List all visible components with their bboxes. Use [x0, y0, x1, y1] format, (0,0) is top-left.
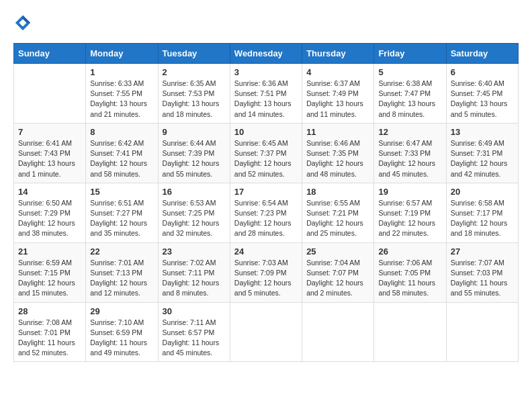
day-number: 23	[163, 246, 226, 257]
calendar-cell: 13Sunrise: 6:49 AM Sunset: 7:31 PM Dayli…	[446, 123, 518, 183]
day-info: Sunrise: 6:49 AM Sunset: 7:31 PM Dayligh…	[451, 138, 514, 179]
calendar-cell: 27Sunrise: 7:07 AM Sunset: 7:03 PM Dayli…	[446, 242, 518, 302]
day-number: 27	[451, 246, 514, 257]
day-number: 30	[163, 306, 226, 316]
calendar-cell	[14, 64, 86, 124]
day-number: 24	[234, 246, 298, 257]
calendar-cell: 25Sunrise: 7:04 AM Sunset: 7:07 PM Dayli…	[302, 242, 374, 302]
day-info: Sunrise: 6:42 AM Sunset: 7:41 PM Dayligh…	[90, 138, 153, 179]
day-number: 25	[306, 246, 369, 257]
day-number: 2	[163, 67, 226, 77]
day-number: 1	[90, 67, 153, 77]
day-info: Sunrise: 6:47 AM Sunset: 7:33 PM Dayligh…	[378, 138, 441, 179]
day-number: 16	[163, 187, 226, 197]
day-number: 28	[18, 306, 81, 316]
calendar-cell: 23Sunrise: 7:02 AM Sunset: 7:11 PM Dayli…	[158, 242, 230, 302]
day-info: Sunrise: 7:11 AM Sunset: 6:57 PM Dayligh…	[163, 318, 226, 359]
day-info: Sunrise: 6:40 AM Sunset: 7:45 PM Dayligh…	[451, 79, 514, 120]
day-info: Sunrise: 7:01 AM Sunset: 7:13 PM Dayligh…	[90, 258, 153, 299]
day-info: Sunrise: 6:53 AM Sunset: 7:25 PM Dayligh…	[163, 198, 226, 239]
calendar-cell: 14Sunrise: 6:50 AM Sunset: 7:29 PM Dayli…	[14, 183, 86, 242]
day-header-tuesday: Tuesday	[158, 44, 230, 64]
day-info: Sunrise: 6:36 AM Sunset: 7:51 PM Dayligh…	[234, 79, 298, 120]
calendar-cell: 3Sunrise: 6:36 AM Sunset: 7:51 PM Daylig…	[230, 64, 302, 124]
calendar-week-row: 28Sunrise: 7:08 AM Sunset: 7:01 PM Dayli…	[14, 302, 519, 362]
day-info: Sunrise: 6:54 AM Sunset: 7:23 PM Dayligh…	[234, 198, 298, 239]
day-number: 18	[306, 187, 369, 197]
calendar-cell: 9Sunrise: 6:44 AM Sunset: 7:39 PM Daylig…	[158, 123, 230, 183]
day-info: Sunrise: 6:51 AM Sunset: 7:27 PM Dayligh…	[90, 198, 153, 239]
day-header-wednesday: Wednesday	[230, 44, 302, 64]
calendar-cell: 10Sunrise: 6:45 AM Sunset: 7:37 PM Dayli…	[230, 123, 302, 183]
day-info: Sunrise: 6:46 AM Sunset: 7:35 PM Dayligh…	[306, 138, 369, 179]
day-info: Sunrise: 6:58 AM Sunset: 7:17 PM Dayligh…	[451, 198, 514, 239]
calendar-cell: 24Sunrise: 7:03 AM Sunset: 7:09 PM Dayli…	[230, 242, 302, 302]
calendar-cell: 7Sunrise: 6:41 AM Sunset: 7:43 PM Daylig…	[14, 123, 86, 183]
calendar-cell: 20Sunrise: 6:58 AM Sunset: 7:17 PM Dayli…	[446, 183, 518, 242]
day-number: 10	[234, 127, 298, 137]
calendar-cell: 21Sunrise: 6:59 AM Sunset: 7:15 PM Dayli…	[14, 242, 86, 302]
calendar-week-row: 7Sunrise: 6:41 AM Sunset: 7:43 PM Daylig…	[14, 123, 519, 183]
day-number: 20	[451, 187, 514, 197]
calendar-cell: 30Sunrise: 7:11 AM Sunset: 6:57 PM Dayli…	[158, 302, 230, 362]
day-info: Sunrise: 7:02 AM Sunset: 7:11 PM Dayligh…	[163, 258, 226, 299]
calendar-week-row: 21Sunrise: 6:59 AM Sunset: 7:15 PM Dayli…	[14, 242, 519, 302]
day-header-sunday: Sunday	[14, 44, 86, 64]
day-number: 8	[90, 127, 153, 137]
day-info: Sunrise: 6:59 AM Sunset: 7:15 PM Dayligh…	[18, 258, 81, 299]
day-info: Sunrise: 7:07 AM Sunset: 7:03 PM Dayligh…	[451, 258, 514, 299]
calendar-cell: 26Sunrise: 7:06 AM Sunset: 7:05 PM Dayli…	[374, 242, 446, 302]
day-number: 29	[90, 306, 153, 316]
day-info: Sunrise: 7:08 AM Sunset: 7:01 PM Dayligh…	[18, 318, 81, 359]
calendar-week-row: 14Sunrise: 6:50 AM Sunset: 7:29 PM Dayli…	[14, 183, 519, 242]
day-info: Sunrise: 7:10 AM Sunset: 6:59 PM Dayligh…	[90, 318, 153, 359]
calendar-table: SundayMondayTuesdayWednesdayThursdayFrid…	[13, 43, 519, 362]
day-number: 19	[378, 187, 441, 197]
day-number: 26	[378, 246, 441, 257]
calendar-cell: 15Sunrise: 6:51 AM Sunset: 7:27 PM Dayli…	[86, 183, 158, 242]
calendar-cell	[374, 302, 446, 362]
calendar-cell: 29Sunrise: 7:10 AM Sunset: 6:59 PM Dayli…	[86, 302, 158, 362]
calendar-cell: 6Sunrise: 6:40 AM Sunset: 7:45 PM Daylig…	[446, 64, 518, 124]
day-info: Sunrise: 6:55 AM Sunset: 7:21 PM Dayligh…	[306, 198, 369, 239]
day-info: Sunrise: 6:37 AM Sunset: 7:49 PM Dayligh…	[306, 79, 369, 120]
day-number: 21	[18, 246, 81, 257]
day-number: 9	[163, 127, 226, 137]
day-info: Sunrise: 7:03 AM Sunset: 7:09 PM Dayligh…	[234, 258, 298, 299]
day-number: 22	[90, 246, 153, 257]
day-number: 13	[451, 127, 514, 137]
day-number: 3	[234, 67, 298, 77]
logo	[13, 13, 35, 32]
day-number: 6	[451, 67, 514, 77]
logo-icon	[13, 13, 32, 32]
calendar-cell	[302, 302, 374, 362]
page-header	[13, 13, 519, 32]
day-info: Sunrise: 6:38 AM Sunset: 7:47 PM Dayligh…	[378, 79, 441, 120]
day-info: Sunrise: 6:35 AM Sunset: 7:53 PM Dayligh…	[163, 79, 226, 120]
day-number: 17	[234, 187, 298, 197]
day-info: Sunrise: 6:50 AM Sunset: 7:29 PM Dayligh…	[18, 198, 81, 239]
calendar-cell	[230, 302, 302, 362]
calendar-week-row: 1Sunrise: 6:33 AM Sunset: 7:55 PM Daylig…	[14, 64, 519, 124]
day-header-saturday: Saturday	[446, 44, 518, 64]
day-header-friday: Friday	[374, 44, 446, 64]
day-number: 11	[306, 127, 369, 137]
calendar-cell: 2Sunrise: 6:35 AM Sunset: 7:53 PM Daylig…	[158, 64, 230, 124]
calendar-cell: 19Sunrise: 6:57 AM Sunset: 7:19 PM Dayli…	[374, 183, 446, 242]
calendar-cell: 28Sunrise: 7:08 AM Sunset: 7:01 PM Dayli…	[14, 302, 86, 362]
calendar-cell: 1Sunrise: 6:33 AM Sunset: 7:55 PM Daylig…	[86, 64, 158, 124]
calendar-cell	[446, 302, 518, 362]
calendar-cell: 11Sunrise: 6:46 AM Sunset: 7:35 PM Dayli…	[302, 123, 374, 183]
day-info: Sunrise: 6:41 AM Sunset: 7:43 PM Dayligh…	[18, 138, 81, 179]
day-info: Sunrise: 7:06 AM Sunset: 7:05 PM Dayligh…	[378, 258, 441, 299]
calendar-cell: 8Sunrise: 6:42 AM Sunset: 7:41 PM Daylig…	[86, 123, 158, 183]
calendar-cell: 5Sunrise: 6:38 AM Sunset: 7:47 PM Daylig…	[374, 64, 446, 124]
calendar-cell: 22Sunrise: 7:01 AM Sunset: 7:13 PM Dayli…	[86, 242, 158, 302]
calendar-header-row: SundayMondayTuesdayWednesdayThursdayFrid…	[14, 44, 519, 64]
day-number: 14	[18, 187, 81, 197]
calendar-cell: 16Sunrise: 6:53 AM Sunset: 7:25 PM Dayli…	[158, 183, 230, 242]
day-header-thursday: Thursday	[302, 44, 374, 64]
day-number: 12	[378, 127, 441, 137]
day-number: 4	[306, 67, 369, 77]
day-header-monday: Monday	[86, 44, 158, 64]
